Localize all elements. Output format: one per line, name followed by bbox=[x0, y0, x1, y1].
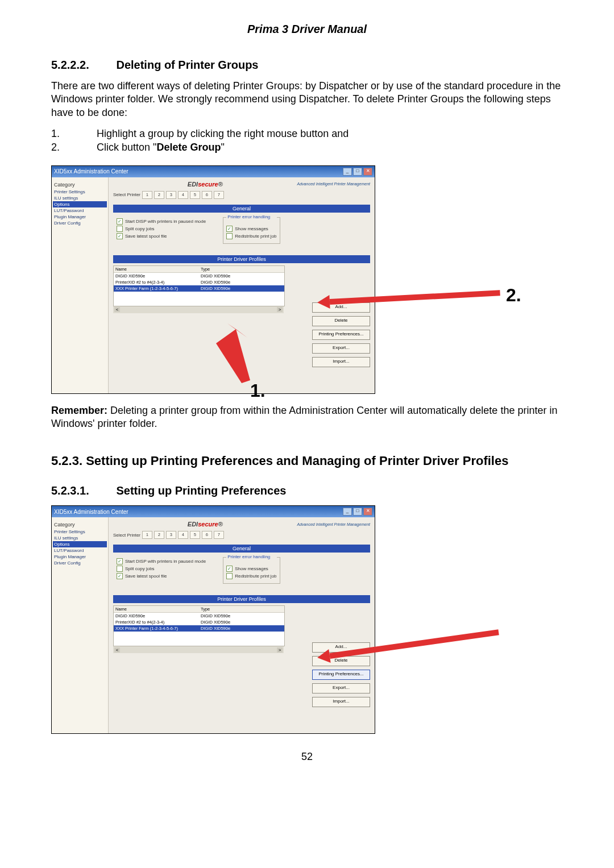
profiles-table[interactable]: Name Type DIGID XID590eDIGID XID590e Pri… bbox=[113, 265, 285, 306]
table-row-selected[interactable]: XXX Printer Farm (1-2-3-4-5-6-7)DIGID XI… bbox=[114, 285, 284, 292]
checkbox-redistribute[interactable]: Redistribute print job bbox=[226, 233, 276, 239]
sidebar-item-ilu-settings[interactable]: ILU settings bbox=[53, 195, 107, 201]
printer-slot-5[interactable]: 5 bbox=[190, 531, 200, 539]
checkbox-save-spool[interactable]: ✓Save latest spool file bbox=[117, 233, 206, 239]
import-button[interactable]: Import... bbox=[312, 697, 370, 707]
printer-slot-3[interactable]: 3 bbox=[166, 191, 176, 199]
sidebar-item-driver-config[interactable]: Driver Config bbox=[53, 560, 107, 566]
sidebar-item-printer-settings[interactable]: Printer Settings bbox=[53, 529, 107, 535]
printer-slot-4[interactable]: 4 bbox=[178, 191, 188, 199]
sidebar-item-options[interactable]: Options bbox=[53, 201, 107, 207]
section-title: Deleting of Printer Groups bbox=[116, 59, 258, 71]
sidebar-item-plugin-manager[interactable]: Plugin Manager bbox=[53, 554, 107, 560]
horizontal-scrollbar[interactable]: <> bbox=[113, 306, 284, 313]
minimize-button[interactable]: _ bbox=[343, 168, 352, 176]
sidebar-item-ilu-settings[interactable]: ILU settings bbox=[53, 535, 107, 541]
close-button[interactable]: ✕ bbox=[363, 508, 372, 516]
step-text-bold: Delete Group bbox=[156, 142, 221, 153]
col-name[interactable]: Name bbox=[114, 266, 199, 272]
checkbox-split-copy[interactable]: Split copy jobs bbox=[117, 226, 206, 232]
svg-marker-0 bbox=[216, 329, 250, 383]
horizontal-scrollbar[interactable]: <> bbox=[113, 646, 284, 653]
printer-slot-6[interactable]: 6 bbox=[202, 531, 212, 539]
table-row[interactable]: PrinterXID #2 to #4(2-3-4)DIGID XID590e bbox=[114, 619, 284, 625]
export-button[interactable]: Export... bbox=[312, 683, 370, 693]
titlebar: XID5xx Administration Center _ □ ✕ bbox=[52, 506, 375, 517]
remember-label: Remember: bbox=[51, 405, 107, 416]
profiles-table[interactable]: Name Type DIGID XID590eDIGID XID590e Pri… bbox=[113, 605, 285, 646]
printer-slot-2[interactable]: 2 bbox=[154, 191, 164, 199]
step-text-post: " bbox=[221, 142, 224, 153]
table-row-selected[interactable]: XXX Printer Farm (1-2-3-4-5-6-7)DIGID XI… bbox=[114, 625, 284, 632]
page-header: Prima 3 Driver Manual bbox=[51, 23, 563, 36]
sidebar-item-plugin-manager[interactable]: Plugin Manager bbox=[53, 214, 107, 220]
printing-preferences-button[interactable]: Printing Preferences... bbox=[312, 330, 370, 340]
col-name[interactable]: Name bbox=[114, 606, 199, 612]
section-number: 5.2.3.1. bbox=[51, 484, 114, 497]
printer-slot-1[interactable]: 1 bbox=[142, 531, 152, 539]
delete-steps-list: 1. Highlight a group by clicking the rig… bbox=[51, 127, 563, 154]
section-title-big: Setting up Printing Preferences and Mana… bbox=[86, 454, 508, 468]
table-row[interactable]: DIGID XID590eDIGID XID590e bbox=[114, 273, 284, 279]
minimize-button[interactable]: _ bbox=[343, 508, 352, 516]
category-sidebar: Category Printer Settings ILU settings O… bbox=[52, 517, 109, 733]
step-number: 2. bbox=[51, 141, 97, 154]
select-printer-label: Select Printer bbox=[113, 533, 140, 538]
table-row[interactable]: DIGID XID590eDIGID XID590e bbox=[114, 613, 284, 619]
sidebar-item-printer-settings[interactable]: Printer Settings bbox=[53, 189, 107, 195]
printer-slot-7[interactable]: 7 bbox=[214, 191, 224, 199]
sidebar-item-driver-config[interactable]: Driver Config bbox=[53, 220, 107, 226]
maximize-button[interactable]: □ bbox=[353, 168, 362, 176]
sidebar-item-options[interactable]: Options bbox=[53, 541, 107, 547]
col-type[interactable]: Type bbox=[199, 266, 284, 272]
section-title: Setting up Printing Preferences bbox=[116, 484, 286, 497]
arrow-to-selected-row bbox=[210, 323, 267, 386]
checkbox-split-copy[interactable]: Split copy jobs bbox=[117, 566, 206, 572]
printer-slot-7[interactable]: 7 bbox=[214, 531, 224, 539]
section-number-big: 5.2.3. bbox=[51, 454, 82, 468]
delete-button[interactable]: Delete bbox=[312, 316, 370, 326]
step-text-pre: Click button " bbox=[97, 142, 156, 153]
page-number: 52 bbox=[51, 751, 563, 763]
checkbox-save-spool[interactable]: ✓Save latest spool file bbox=[117, 573, 206, 579]
printer-slot-5[interactable]: 5 bbox=[190, 191, 200, 199]
profiles-header: Printer Driver Profiles bbox=[113, 255, 370, 263]
step-text: Highlight a group by clicking the right … bbox=[97, 127, 349, 140]
select-printer-row: Select Printer 1 2 3 4 5 6 7 bbox=[113, 191, 370, 199]
close-button[interactable]: ✕ bbox=[363, 168, 372, 176]
checkbox-redistribute[interactable]: Redistribute print job bbox=[226, 573, 276, 579]
checkbox-start-paused[interactable]: ✓Start DISP with printers in paused mode bbox=[117, 558, 206, 564]
checkbox-start-paused[interactable]: ✓Start DISP with printers in paused mode bbox=[117, 218, 206, 225]
remember-text: Deleting a printer group from within the… bbox=[51, 405, 557, 429]
printer-slot-6[interactable]: 6 bbox=[202, 191, 212, 199]
printer-slot-1[interactable]: 1 bbox=[142, 191, 152, 199]
select-printer-label: Select Printer bbox=[113, 192, 140, 197]
general-header: General bbox=[113, 545, 370, 553]
error-handling-legend: Printer error handling bbox=[226, 214, 276, 219]
error-handling-group: Printer error handling ✓Show messages Re… bbox=[223, 217, 280, 244]
import-button[interactable]: Import... bbox=[312, 357, 370, 367]
printer-slot-4[interactable]: 4 bbox=[178, 531, 188, 539]
category-header: Category bbox=[54, 182, 107, 188]
callout-2: 2. bbox=[506, 285, 521, 306]
brand-tagline: Advanced Intelligent Printer Management bbox=[297, 522, 370, 526]
table-row[interactable]: PrinterXID #2 to #4(2-3-4)DIGID XID590e bbox=[114, 279, 284, 285]
step-item: 2. Click button "Delete Group" bbox=[51, 141, 563, 154]
sidebar-item-lut-password[interactable]: LUT/Password bbox=[53, 547, 107, 554]
printing-preferences-button[interactable]: Printing Preferences... bbox=[312, 670, 370, 680]
maximize-button[interactable]: □ bbox=[353, 508, 362, 516]
remember-note: Remember: Deleting a printer group from … bbox=[51, 404, 563, 431]
brand-logo: EDIsecure® bbox=[188, 181, 223, 188]
col-type[interactable]: Type bbox=[199, 606, 284, 612]
step-item: 1. Highlight a group by clicking the rig… bbox=[51, 127, 563, 140]
export-button[interactable]: Export... bbox=[312, 343, 370, 354]
printer-slot-3[interactable]: 3 bbox=[166, 531, 176, 539]
brand-logo: EDIsecure® bbox=[188, 521, 223, 528]
checkbox-show-messages[interactable]: ✓Show messages bbox=[226, 566, 276, 572]
general-header: General bbox=[113, 205, 370, 213]
select-printer-row: Select Printer 1 2 3 4 5 6 7 bbox=[113, 531, 370, 539]
printer-slot-2[interactable]: 2 bbox=[154, 531, 164, 539]
window-title: XID5xx Administration Center bbox=[54, 509, 128, 515]
sidebar-item-lut-password[interactable]: LUT/Password bbox=[53, 207, 107, 214]
checkbox-show-messages[interactable]: ✓Show messages bbox=[226, 226, 276, 232]
